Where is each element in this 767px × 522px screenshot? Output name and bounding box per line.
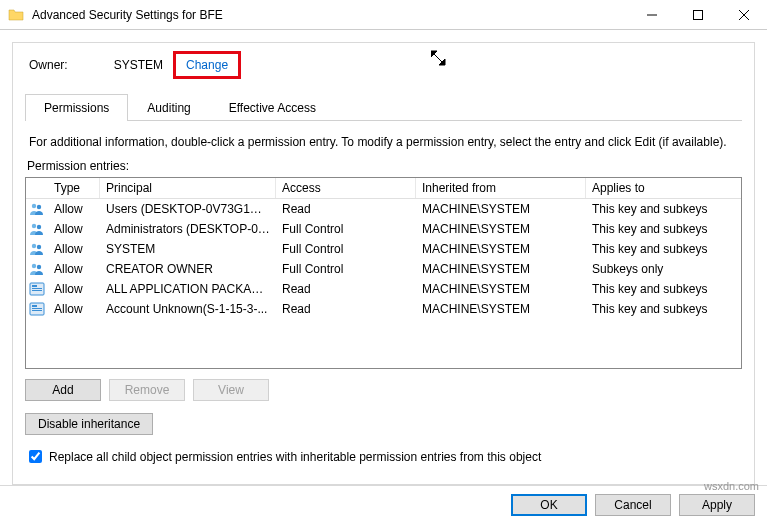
title-bar: Advanced Security Settings for BFE: [0, 0, 767, 30]
svg-point-11: [32, 264, 36, 268]
tab-auditing[interactable]: Auditing: [128, 94, 209, 121]
principal-icon: [26, 260, 48, 278]
cell-applies: Subkeys only: [586, 260, 741, 278]
svg-rect-1: [694, 10, 703, 19]
cell-access: Full Control: [276, 240, 416, 258]
ok-button[interactable]: OK: [511, 494, 587, 516]
change-owner-link[interactable]: Change: [173, 51, 241, 79]
add-button[interactable]: Add: [25, 379, 101, 401]
minimize-button[interactable]: [629, 0, 675, 30]
cell-type: Allow: [48, 240, 100, 258]
cell-principal: Administrators (DESKTOP-0V7...: [100, 220, 276, 238]
svg-point-10: [37, 245, 41, 249]
owner-value: SYSTEM: [114, 58, 163, 72]
table-row[interactable]: AllowSYSTEMFull ControlMACHINE\SYSTEMThi…: [26, 239, 741, 259]
cell-access: Full Control: [276, 260, 416, 278]
cell-type: Allow: [48, 260, 100, 278]
owner-row: Owner: SYSTEM Change: [25, 43, 742, 93]
svg-point-5: [32, 204, 36, 208]
disable-inheritance-button[interactable]: Disable inheritance: [25, 413, 153, 435]
cell-principal: CREATOR OWNER: [100, 260, 276, 278]
remove-button: Remove: [109, 379, 185, 401]
cell-access: Read: [276, 200, 416, 218]
svg-line-4: [433, 53, 443, 63]
window-title: Advanced Security Settings for BFE: [32, 8, 629, 22]
table-row[interactable]: AllowUsers (DESKTOP-0V73G1M\Us...ReadMAC…: [26, 199, 741, 219]
cell-principal: Account Unknown(S-1-15-3-...: [100, 300, 276, 318]
svg-rect-18: [32, 305, 37, 307]
cell-inherited: MACHINE\SYSTEM: [416, 300, 586, 318]
cell-access: Full Control: [276, 220, 416, 238]
tab-permissions[interactable]: Permissions: [25, 94, 128, 121]
cell-inherited: MACHINE\SYSTEM: [416, 200, 586, 218]
cell-type: Allow: [48, 220, 100, 238]
svg-rect-15: [32, 288, 42, 289]
cell-inherited: MACHINE\SYSTEM: [416, 260, 586, 278]
table-row[interactable]: AllowALL APPLICATION PACKAGESReadMACHINE…: [26, 279, 741, 299]
cell-inherited: MACHINE\SYSTEM: [416, 280, 586, 298]
col-principal[interactable]: Principal: [100, 178, 276, 198]
cell-applies: This key and subkeys: [586, 200, 741, 218]
svg-point-6: [37, 205, 41, 209]
tab-effective-access[interactable]: Effective Access: [210, 94, 335, 121]
folder-icon: [8, 7, 24, 23]
principal-icon: [26, 220, 48, 238]
table-row[interactable]: AllowAdministrators (DESKTOP-0V7...Full …: [26, 219, 741, 239]
svg-point-7: [32, 224, 36, 228]
principal-icon: [26, 240, 48, 258]
close-button[interactable]: [721, 0, 767, 30]
instruction-text: For additional information, double-click…: [25, 121, 742, 159]
cell-access: Read: [276, 300, 416, 318]
col-type[interactable]: Type: [48, 178, 100, 198]
cell-principal: ALL APPLICATION PACKAGES: [100, 280, 276, 298]
permissions-table: Type Principal Access Inherited from App…: [25, 177, 742, 369]
svg-rect-14: [32, 285, 37, 287]
col-inherited[interactable]: Inherited from: [416, 178, 586, 198]
replace-children-checkbox[interactable]: [29, 450, 42, 463]
svg-point-12: [37, 265, 41, 269]
cell-applies: This key and subkeys: [586, 220, 741, 238]
watermark: wsxdn.com: [704, 480, 759, 492]
resize-arrow-icon: [429, 49, 447, 70]
cell-applies: This key and subkeys: [586, 300, 741, 318]
cell-type: Allow: [48, 300, 100, 318]
table-header: Type Principal Access Inherited from App…: [26, 178, 741, 199]
cell-principal: Users (DESKTOP-0V73G1M\Us...: [100, 200, 276, 218]
cancel-button[interactable]: Cancel: [595, 494, 671, 516]
principal-icon: [26, 200, 48, 218]
svg-rect-20: [32, 310, 42, 311]
cell-inherited: MACHINE\SYSTEM: [416, 220, 586, 238]
svg-point-8: [37, 225, 41, 229]
col-access[interactable]: Access: [276, 178, 416, 198]
cell-principal: SYSTEM: [100, 240, 276, 258]
cell-applies: This key and subkeys: [586, 240, 741, 258]
cell-applies: This key and subkeys: [586, 280, 741, 298]
cell-access: Read: [276, 280, 416, 298]
view-button: View: [193, 379, 269, 401]
svg-point-9: [32, 244, 36, 248]
table-row[interactable]: AllowCREATOR OWNERFull ControlMACHINE\SY…: [26, 259, 741, 279]
cell-type: Allow: [48, 200, 100, 218]
apply-button[interactable]: Apply: [679, 494, 755, 516]
entries-label: Permission entries:: [25, 159, 742, 177]
dialog-footer: OK Cancel Apply: [0, 485, 767, 522]
svg-rect-16: [32, 290, 42, 291]
col-applies[interactable]: Applies to: [586, 178, 741, 198]
svg-rect-19: [32, 308, 42, 309]
replace-children-label: Replace all child object permission entr…: [49, 450, 541, 464]
cell-inherited: MACHINE\SYSTEM: [416, 240, 586, 258]
owner-label: Owner:: [29, 58, 68, 72]
principal-icon: [26, 280, 48, 298]
cell-type: Allow: [48, 280, 100, 298]
table-row[interactable]: AllowAccount Unknown(S-1-15-3-...ReadMAC…: [26, 299, 741, 319]
maximize-button[interactable]: [675, 0, 721, 30]
tab-strip: Permissions Auditing Effective Access: [25, 93, 742, 121]
principal-icon: [26, 300, 48, 318]
